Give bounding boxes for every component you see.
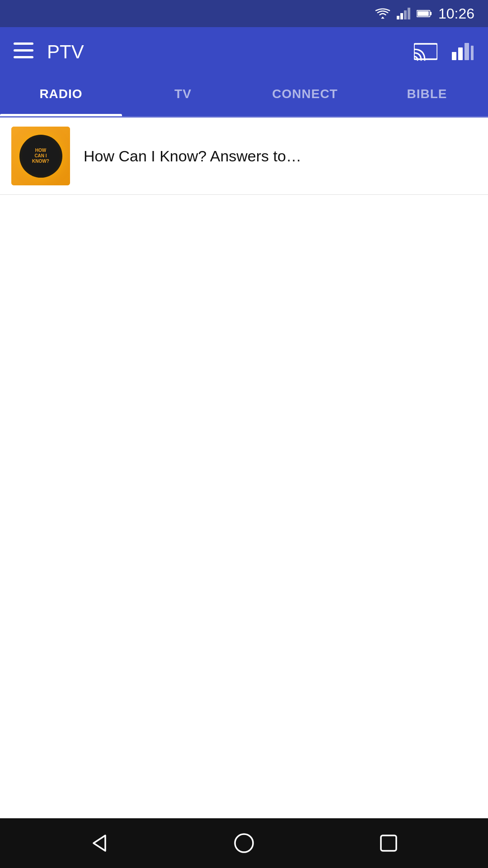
nav-bar (0, 818, 488, 868)
tab-bible[interactable]: BIBLE (366, 77, 488, 116)
svg-rect-9 (14, 56, 33, 58)
tab-tv[interactable]: TV (122, 77, 244, 116)
recent-button[interactable] (371, 825, 407, 861)
tab-radio[interactable]: RADIO (0, 77, 122, 116)
item-title: How Can I Know? Answers to… (84, 147, 301, 165)
status-time: 10:26 (438, 5, 474, 22)
tab-bar: RADIO TV CONNECT BIBLE (0, 77, 488, 118)
svg-rect-5 (430, 12, 432, 15)
svg-rect-6 (418, 11, 429, 16)
svg-rect-17 (381, 835, 396, 851)
svg-rect-8 (14, 49, 33, 52)
svg-rect-2 (404, 10, 407, 19)
home-button[interactable] (226, 825, 262, 861)
app-bar-actions (414, 39, 474, 65)
list-item[interactable]: HOWCAN IKNOW? How Can I Know? Answers to… (0, 118, 488, 195)
hamburger-menu-button[interactable] (14, 42, 33, 61)
app-bar: PTV (0, 27, 488, 77)
status-icons: 10:26 (375, 5, 474, 22)
svg-point-16 (235, 834, 253, 852)
svg-rect-13 (465, 43, 469, 60)
app-title: PTV (47, 41, 414, 63)
cast-button[interactable] (414, 39, 437, 65)
svg-rect-11 (452, 52, 456, 60)
signal-icon (397, 8, 410, 19)
wifi-icon (375, 8, 390, 19)
item-thumbnail: HOWCAN IKNOW? (11, 127, 70, 185)
back-button[interactable] (81, 825, 117, 861)
status-bar: 10:26 (0, 0, 488, 27)
svg-rect-3 (408, 8, 410, 19)
tab-connect[interactable]: CONNECT (244, 77, 366, 116)
svg-marker-15 (94, 835, 105, 851)
content-area: HOWCAN IKNOW? How Can I Know? Answers to… (0, 118, 488, 818)
battery-icon (417, 9, 432, 18)
svg-rect-7 (14, 42, 33, 45)
svg-rect-14 (471, 46, 474, 60)
svg-rect-1 (400, 13, 403, 19)
svg-rect-10 (414, 44, 437, 59)
stats-button[interactable] (451, 39, 474, 65)
svg-rect-0 (397, 16, 399, 19)
svg-rect-12 (458, 47, 463, 60)
